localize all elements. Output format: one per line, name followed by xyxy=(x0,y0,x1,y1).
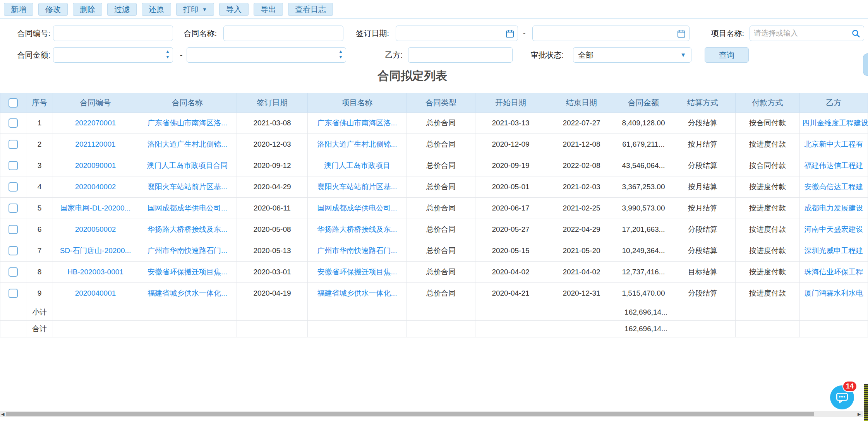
contract-no-link[interactable]: 2020090001 xyxy=(53,155,138,176)
project-name-link[interactable]: 国网成都成华供电公司... xyxy=(308,198,407,219)
project-name-link[interactable]: 襄阳火车站站前片区基... xyxy=(308,176,407,198)
project-name-field[interactable] xyxy=(750,26,864,41)
amount-max-input[interactable] xyxy=(187,48,346,62)
party-b-link[interactable]: 深圳光威申工程建 xyxy=(800,240,868,262)
horizontal-scrollbar-thumb[interactable] xyxy=(6,412,814,416)
party-b-link[interactable]: 成都电力发展建设 xyxy=(800,198,868,219)
contract-no-input[interactable] xyxy=(53,26,173,41)
scroll-right-icon[interactable]: ▶ xyxy=(858,411,861,417)
project-name-link[interactable]: 福建省城乡供水一体化... xyxy=(308,283,407,304)
modify-button[interactable]: 修改 xyxy=(38,3,68,16)
project-name-link[interactable]: 澳门人工岛市政项目 xyxy=(308,155,407,176)
contract-name-link[interactable]: 洛阳大道广生村北侧锦... xyxy=(138,134,237,155)
project-name-link[interactable]: 安徽省环保搬迁项目焦... xyxy=(308,262,407,283)
col-start-date[interactable]: 开始日期 xyxy=(475,93,546,113)
row-checkbox[interactable] xyxy=(9,267,18,277)
contract-name-link[interactable]: 广东省佛山市南海区洛... xyxy=(138,113,237,134)
project-name-link[interactable]: 华扬路大桥桥接线及东... xyxy=(308,219,407,240)
party-b-link[interactable]: 安徽高信达工程建 xyxy=(800,176,868,198)
cell-end-date: 2022-07-27 xyxy=(546,113,617,134)
col-amount[interactable]: 合同金额 xyxy=(617,93,670,113)
amount-max-field[interactable]: ▲ ▼ xyxy=(187,47,346,63)
horizontal-scrollbar[interactable]: ◀ ▶ xyxy=(0,411,863,417)
sign-date-end-input[interactable] xyxy=(533,26,689,41)
contract-no-link[interactable]: 2022070001 xyxy=(53,113,138,134)
party-b-link[interactable]: 福建伟达信工程建 xyxy=(800,155,868,176)
spinner-up-icon[interactable]: ▲ xyxy=(338,50,343,54)
party-b-field[interactable] xyxy=(408,47,513,63)
row-checkbox[interactable] xyxy=(9,246,18,255)
party-b-input[interactable] xyxy=(408,48,512,62)
col-contract-no[interactable]: 合同编号 xyxy=(53,93,138,113)
spinner-down-icon[interactable]: ▼ xyxy=(338,55,343,59)
panel-collapse-handle[interactable] xyxy=(863,53,868,76)
project-name-input[interactable] xyxy=(750,26,864,41)
col-end-date[interactable]: 结束日期 xyxy=(546,93,617,113)
spinner-up-icon[interactable]: ▲ xyxy=(165,50,170,54)
vertical-scrollbar-thumb[interactable] xyxy=(864,384,868,421)
search-icon[interactable] xyxy=(851,29,861,38)
row-checkbox[interactable] xyxy=(9,140,18,149)
contract-no-link[interactable]: 2020050002 xyxy=(53,219,138,240)
restore-button[interactable]: 还原 xyxy=(142,3,171,16)
project-name-link[interactable]: 洛阳大道广生村北侧锦... xyxy=(308,134,407,155)
row-checkbox[interactable] xyxy=(9,118,18,128)
select-all-checkbox[interactable] xyxy=(9,98,18,108)
col-payment[interactable]: 付款方式 xyxy=(736,93,800,113)
col-contract-type[interactable]: 合同类型 xyxy=(407,93,475,113)
delete-button[interactable]: 删除 xyxy=(73,3,102,16)
party-b-link[interactable]: 厦门鸿霖水利水电 xyxy=(800,283,868,304)
party-b-link[interactable]: 四川金维度工程建设 xyxy=(800,113,868,134)
project-name-link[interactable]: 广东省佛山市南海区洛... xyxy=(308,113,407,134)
select-all-header[interactable] xyxy=(0,93,26,113)
contract-name-input[interactable] xyxy=(224,26,343,41)
contract-no-link[interactable]: SD-石门唐山-20200... xyxy=(53,240,138,262)
contract-name-link[interactable]: 襄阳火车站站前片区基... xyxy=(138,176,237,198)
export-button[interactable]: 导出 xyxy=(254,3,283,16)
sign-date-start-input[interactable] xyxy=(396,26,518,41)
col-party-b[interactable]: 乙方 xyxy=(800,93,868,113)
amount-min-input[interactable] xyxy=(53,48,173,62)
print-button[interactable]: 打印 ▼ xyxy=(176,3,214,16)
calendar-icon[interactable] xyxy=(505,29,515,38)
calendar-icon[interactable] xyxy=(677,29,686,38)
contract-name-link[interactable]: 福建省城乡供水一体化... xyxy=(138,283,237,304)
col-sign-date[interactable]: 签订日期 xyxy=(237,93,308,113)
col-contract-name[interactable]: 合同名称 xyxy=(138,93,237,113)
contract-name-link[interactable]: 澳门人工岛市政项目合同 xyxy=(138,155,237,176)
amount-min-field[interactable]: ▲ ▼ xyxy=(53,47,173,63)
contract-name-link[interactable]: 国网成都成华供电公司... xyxy=(138,198,237,219)
row-checkbox[interactable] xyxy=(9,289,18,298)
contract-name-link[interactable]: 华扬路大桥桥接线及东... xyxy=(138,219,237,240)
sign-date-start-field[interactable] xyxy=(396,26,518,41)
contract-no-field[interactable] xyxy=(53,26,173,41)
contract-no-link[interactable]: 2020040001 xyxy=(53,283,138,304)
party-b-link[interactable]: 珠海信业环保工程 xyxy=(800,262,868,283)
filter-button[interactable]: 过滤 xyxy=(107,3,137,16)
view-log-button[interactable]: 查看日志 xyxy=(288,3,333,16)
col-project-name[interactable]: 项目名称 xyxy=(308,93,407,113)
contract-name-link[interactable]: 广州市华南快速路石门... xyxy=(138,240,237,262)
search-button[interactable]: 查询 xyxy=(705,47,749,63)
row-checkbox[interactable] xyxy=(9,204,18,213)
spinner-down-icon[interactable]: ▼ xyxy=(165,55,170,59)
contract-no-link[interactable]: 国家电网-DL-20200... xyxy=(53,198,138,219)
col-settlement[interactable]: 结算方式 xyxy=(670,93,736,113)
party-b-link[interactable]: 北京新中大工程有 xyxy=(800,134,868,155)
import-button[interactable]: 导入 xyxy=(219,3,249,16)
scroll-left-icon[interactable]: ◀ xyxy=(1,411,4,417)
party-b-link[interactable]: 河南中天盛宏建设 xyxy=(800,219,868,240)
row-checkbox[interactable] xyxy=(9,161,18,170)
approval-status-select[interactable]: 全部 ▼ xyxy=(573,47,691,63)
row-checkbox[interactable] xyxy=(9,182,18,192)
add-button[interactable]: 新增 xyxy=(4,3,33,16)
col-seq[interactable]: 序号 xyxy=(26,93,53,113)
contract-no-link[interactable]: 2021120001 xyxy=(53,134,138,155)
project-name-link[interactable]: 广州市华南快速路石门... xyxy=(308,240,407,262)
contract-no-link[interactable]: HB-202003-0001 xyxy=(53,262,138,283)
row-checkbox[interactable] xyxy=(9,225,18,234)
contract-name-field[interactable] xyxy=(223,26,343,41)
contract-name-link[interactable]: 安徽省环保搬迁项目焦... xyxy=(138,262,237,283)
contract-no-link[interactable]: 2020040002 xyxy=(53,176,138,198)
sign-date-end-field[interactable] xyxy=(532,26,690,41)
